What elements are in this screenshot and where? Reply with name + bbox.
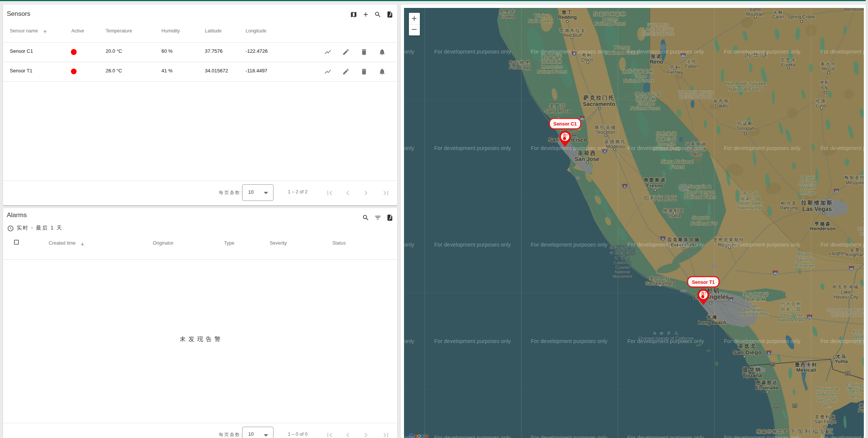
svg-text:San Jose: San Jose xyxy=(575,156,599,162)
svg-text:Nat'l Forest: Nat'l Forest xyxy=(528,18,553,24)
svg-text:For development purposes only: For development purposes only xyxy=(627,435,704,438)
svg-text:太浩国家森林: 太浩国家森林 xyxy=(622,69,654,74)
svg-text:麦吉尔: 麦吉尔 xyxy=(820,62,836,66)
svg-text:Fresno: Fresno xyxy=(646,183,663,188)
svg-text:Lund: Lund xyxy=(816,103,826,109)
svg-text:National Forest: National Forest xyxy=(595,21,625,26)
svg-text:哈瓦苏湖城: 哈瓦苏湖城 xyxy=(833,285,859,289)
svg-text:Alto Golfo: Alto Golfo xyxy=(817,398,838,403)
svg-text:Las Vegas: Las Vegas xyxy=(802,206,832,212)
svg-text:恩森那达: 恩森那达 xyxy=(756,380,778,385)
svg-text:National Forest: National Forest xyxy=(624,78,653,83)
svg-text:Yuma: Yuma xyxy=(835,358,848,364)
svg-text:80: 80 xyxy=(581,117,584,121)
svg-text:Spring Creek: Spring Creek xyxy=(788,14,816,20)
svg-text:For development purposes only: For development purposes only xyxy=(627,145,704,151)
svg-text:15: 15 xyxy=(835,190,838,193)
svg-text:帕伦普: 帕伦普 xyxy=(781,201,797,205)
svg-text:For development purposes only: For development purposes only xyxy=(531,49,608,55)
svg-text:国家森林: 国家森林 xyxy=(636,97,657,101)
svg-text:National: National xyxy=(795,257,814,263)
svg-text:Santa Rosa: Santa Rosa xyxy=(545,108,571,114)
svg-text:LAKE PAIUTE: LAKE PAIUTE xyxy=(643,27,673,32)
svg-text:Lakes: Lakes xyxy=(690,152,702,157)
svg-text:Red Bluff: Red Bluff xyxy=(563,33,582,38)
svg-text:Sensor T1: Sensor T1 xyxy=(692,280,714,285)
svg-text:维塞利亚: 维塞利亚 xyxy=(663,208,684,213)
svg-text:For development purposes only: For development purposes only xyxy=(404,49,415,55)
svg-text:For development purposes only: For development purposes only xyxy=(404,338,415,344)
svg-text:Mexicali: Mexicali xyxy=(796,367,816,373)
svg-text:墨西卡利: 墨西卡利 xyxy=(795,362,817,368)
svg-text:El Pinac: El Pinac xyxy=(846,383,864,388)
svg-text:RESERVATION: RESERVATION xyxy=(679,95,713,99)
svg-text:Redding: Redding xyxy=(558,15,577,20)
svg-text:Refuge: Refuge xyxy=(800,190,815,196)
svg-text:For development purposes only: For development purposes only xyxy=(434,145,511,151)
svg-text:For development purposes only: For development purposes only xyxy=(820,242,864,248)
svg-text:Eureka: Eureka xyxy=(781,62,796,67)
svg-text:For development purposes only: For development purposes only xyxy=(627,338,704,344)
svg-text:Wendover: Wendover xyxy=(844,8,864,12)
svg-text:杉矶: 杉矶 xyxy=(707,287,721,294)
svg-text:尤里卡: 尤里卡 xyxy=(499,9,516,14)
svg-text:死亡谷: 死亡谷 xyxy=(743,191,759,196)
svg-text:拉森国家森林: 拉森国家森林 xyxy=(593,11,627,17)
svg-text:For development purposes only: For development purposes only xyxy=(531,435,608,438)
svg-text:萨克拉门托: 萨克拉门托 xyxy=(583,95,615,101)
svg-text:Long Beach: Long Beach xyxy=(698,320,726,325)
svg-text:For development purposes only: For development purposes only xyxy=(627,49,704,55)
svg-text:Sensor C1: Sensor C1 xyxy=(553,121,577,127)
svg-text:Gabbs: Gabbs xyxy=(714,103,728,109)
svg-text:For development purposes only: For development purposes only xyxy=(820,435,864,438)
svg-text:Tonopah: Tonopah xyxy=(736,126,754,131)
svg-text:Pahrump: Pahrump xyxy=(780,205,799,211)
svg-text:For development purposes only: For development purposes only xyxy=(404,242,415,248)
svg-text:Trinity: Trinity xyxy=(534,13,547,18)
svg-text:For development purposes only: For development purposes only xyxy=(724,242,801,248)
svg-text:雷德布拉夫: 雷德布拉夫 xyxy=(559,28,586,33)
svg-text:RESERVATION: RESERVATION xyxy=(642,32,675,36)
svg-text:COLORADO RIVER: COLORADO RIVER xyxy=(826,308,864,312)
svg-text:下加利福尼亚: 下加利福尼亚 xyxy=(790,428,835,435)
svg-text:Ensenada: Ensenada xyxy=(756,385,778,391)
svg-text:Ely: Ely xyxy=(822,85,828,90)
svg-text:国家森林: 国家森林 xyxy=(745,297,767,302)
svg-text:RES: RES xyxy=(860,231,864,236)
svg-text:For development purposes only: For development purposes only xyxy=(724,435,801,438)
svg-text:8: 8 xyxy=(768,352,770,355)
svg-text:圣巴巴拉: 圣巴巴拉 xyxy=(650,276,671,281)
svg-text:鄂尔多拉多: 鄂尔多拉多 xyxy=(635,92,661,96)
svg-text:国家公园: 国家公园 xyxy=(656,137,677,141)
svg-text:Wildlife: Wildlife xyxy=(800,185,815,190)
svg-text:芬利: 芬利 xyxy=(670,65,681,70)
svg-text:National Forest: National Forest xyxy=(740,312,768,316)
svg-text:加利福尼亚: 加利福尼亚 xyxy=(643,195,678,201)
svg-text:2: 2 xyxy=(847,372,848,375)
svg-text:National Park: National Park xyxy=(778,318,804,322)
svg-text:Reserva de: Reserva de xyxy=(815,386,839,392)
svg-text:PYRAMID: PYRAMID xyxy=(647,23,669,27)
svg-text:Mendocino: Mendocino xyxy=(541,64,562,69)
svg-text:Tijuana: Tijuana xyxy=(742,372,762,378)
svg-text:National: National xyxy=(615,270,630,274)
svg-text:Joshua Tree: Joshua Tree xyxy=(779,313,803,317)
svg-text:拉斯维加斯: 拉斯维加斯 xyxy=(801,200,833,206)
svg-text:Forest: Forest xyxy=(670,164,684,170)
svg-text:优胜美地: 优胜美地 xyxy=(656,132,677,136)
svg-text:For development purposes only: For development purposes only xyxy=(820,49,864,55)
svg-text:梅斯基特: 梅斯基特 xyxy=(844,175,864,180)
svg-text:For development purposes only: For development purposes only xyxy=(531,242,608,248)
svg-text:Mountain: Mountain xyxy=(746,12,764,17)
svg-text:长滩: 长滩 xyxy=(707,315,718,320)
svg-text:Havasu City: Havasu City xyxy=(834,294,858,300)
svg-text:金曼: 金曼 xyxy=(850,248,860,252)
svg-text:3: 3 xyxy=(794,405,796,407)
svg-text:Tahoe: Tahoe xyxy=(634,74,646,78)
svg-text:Pue: Pue xyxy=(858,408,864,413)
svg-text:Sequoia: Sequoia xyxy=(692,215,710,221)
svg-text:海 峡 群 岛: 海 峡 群 岛 xyxy=(653,331,679,335)
svg-text:佩: 佩 xyxy=(859,403,864,407)
svg-text:For development purposes only: For development purposes only xyxy=(724,49,801,55)
svg-text:Fallon: Fallon xyxy=(685,64,698,69)
